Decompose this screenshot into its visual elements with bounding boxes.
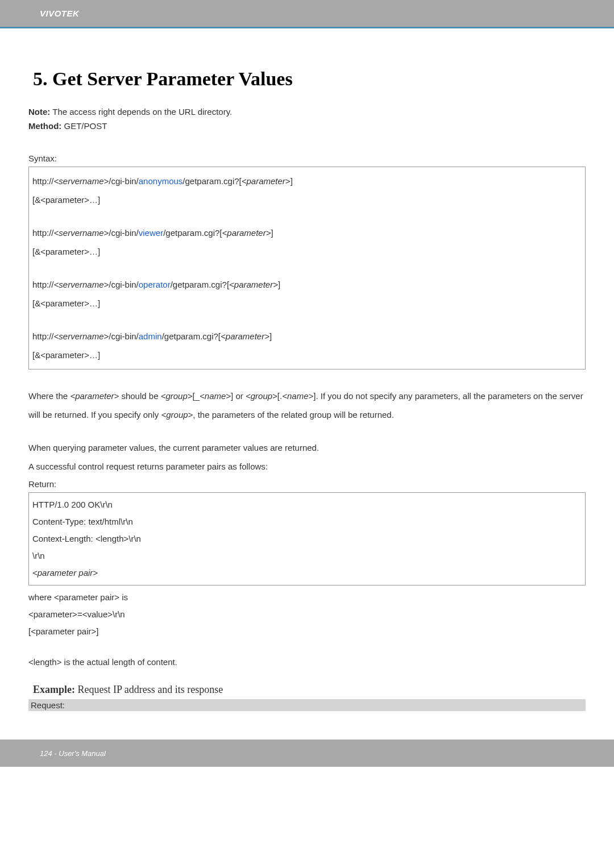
after-line-1: where <parameter pair> is	[28, 589, 586, 606]
syntax-label: Syntax:	[28, 153, 586, 163]
syntax-line-2: [&<parameter>…]	[32, 190, 582, 209]
example-label: Example:	[33, 684, 75, 695]
return-box: HTTP/1.0 200 OK\r\n Content-Type: text/h…	[28, 492, 586, 585]
content-area: 5. Get Server Parameter Values Note: The…	[0, 28, 614, 722]
note-text: The access right depends on the URL dire…	[50, 107, 232, 117]
return-line-3: Context-Length: <length>\r\n	[32, 530, 582, 547]
note-line: Note: The access right depends on the UR…	[28, 107, 586, 117]
para2-line2: A successful control request returns par…	[28, 457, 586, 476]
method-line: Method: GET/POST	[28, 121, 586, 131]
brand-label: VIVOTEK	[40, 9, 79, 18]
return-line-1: HTTP/1.0 200 OK\r\n	[32, 496, 582, 513]
section-title: 5. Get Server Parameter Values	[28, 68, 586, 90]
footer-bar: 124 - User's Manual	[0, 740, 614, 767]
syntax-blank-3	[32, 313, 582, 327]
example-line: Example: Request IP address and its resp…	[28, 684, 586, 696]
para2-line1: When querying parameter values, the curr…	[28, 438, 586, 457]
syntax-line-7: http://<servername>/cgi-bin/admin/getpar…	[32, 327, 582, 346]
header-bar: VIVOTEK	[0, 0, 614, 28]
syntax-line-8: [&<parameter>…]	[32, 346, 582, 364]
page: VIVOTEK 5. Get Server Parameter Values N…	[0, 0, 614, 767]
after-line-3: [<parameter pair>]	[28, 623, 586, 640]
footer-text: 124 - User's Manual	[40, 749, 106, 758]
syntax-line-6: [&<parameter>…]	[32, 294, 582, 313]
paragraph-1: Where the <parameter> should be <group>[…	[28, 387, 586, 424]
syntax-blank-2	[32, 261, 582, 275]
return-line-5: <parameter pair>	[32, 564, 582, 582]
after-line-2: <parameter>=<value>\r\n	[28, 606, 586, 623]
syntax-line-1: http://<servername>/cgi-bin/anonymous/ge…	[32, 172, 582, 190]
note-label: Note:	[28, 107, 50, 117]
method-text: GET/POST	[61, 121, 107, 131]
return-line-4: \r\n	[32, 547, 582, 564]
syntax-line-5: http://<servername>/cgi-bin/operator/get…	[32, 275, 582, 294]
syntax-line-4: [&<parameter>…]	[32, 242, 582, 261]
paragraph-2: When querying parameter values, the curr…	[28, 438, 586, 476]
example-text: Request IP address and its response	[75, 684, 223, 695]
method-label: Method:	[28, 121, 61, 131]
request-bar: Request:	[28, 699, 586, 711]
syntax-blank-1	[32, 209, 582, 223]
syntax-line-3: http://<servername>/cgi-bin/viewer/getpa…	[32, 223, 582, 242]
return-label: Return:	[28, 479, 586, 489]
length-line: <length> is the actual length of content…	[28, 657, 586, 667]
after-return: where <parameter pair> is <parameter>=<v…	[28, 589, 586, 640]
syntax-box: http://<servername>/cgi-bin/anonymous/ge…	[28, 167, 586, 369]
return-line-2: Content-Type: text/html\r\n	[32, 513, 582, 530]
